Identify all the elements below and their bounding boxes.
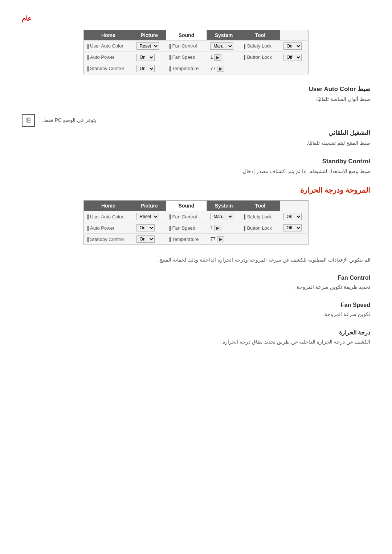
tab-sound-2[interactable]: Sound	[166, 201, 207, 211]
fan-speed-value-1: 1	[210, 54, 213, 60]
standby-title: Standby Control	[22, 158, 370, 165]
pc-only-row: يتوفر في الوضع PC فقط. ⎘	[22, 114, 370, 127]
user-auto-color-section: ضبط User Auto Color ضبط ألوان الشاشة تلق…	[22, 85, 370, 104]
tab-tool-1[interactable]: Tool	[241, 30, 279, 41]
auto-title: التشغيل التلقائي	[22, 129, 370, 137]
table-row: Auto Power On Fan Speed 1 ▶ Button Lock …	[84, 222, 309, 234]
row3-val1[interactable]: On	[133, 63, 166, 74]
standby-section: Standby Control ضبط وضع الاستعداد لتنشيط…	[22, 158, 370, 176]
row2b-val2[interactable]: 1 ▶	[207, 222, 241, 234]
row2-label1: Auto Power	[84, 52, 133, 63]
temperature-arrow-2[interactable]: ▶	[217, 236, 224, 242]
osd-table-1: Home Picture Sound System Tool User Auto…	[83, 30, 309, 74]
tab-system-2[interactable]: System	[207, 201, 241, 211]
row1-val1[interactable]: Reset	[133, 41, 166, 52]
tab-header-row-2: Home Picture Sound System Tool	[84, 201, 309, 211]
standby-desc: ضبط وضع الاستعداد لتنشيطه، إذا لم يتم اك…	[22, 167, 370, 176]
tab-home-1[interactable]: Home	[84, 30, 133, 41]
fan-speed-arrow-1[interactable]: ▶	[214, 54, 221, 61]
row3-val2[interactable]: 77 ▶	[207, 63, 241, 74]
row2-val3[interactable]: Off	[280, 52, 309, 63]
fan-speed-value-2: 1	[210, 225, 213, 230]
row3-empty2	[280, 63, 309, 74]
tab-picture-2[interactable]: Picture	[133, 201, 166, 211]
row3b-label1: Standby Control	[84, 234, 133, 245]
row3b-empty2	[280, 234, 309, 245]
table-row: User Auto Color Reset Fan Control Man...…	[84, 41, 309, 52]
row3-empty1	[241, 63, 279, 74]
tab-sound-1[interactable]: Sound	[166, 30, 207, 41]
row1-label3: Safety Lock	[241, 41, 279, 52]
fan-control-title: Fan Control	[22, 275, 370, 281]
row2b-label3: Button Lock	[241, 222, 279, 234]
tab-tool-2[interactable]: Tool	[241, 201, 279, 211]
row1b-val3[interactable]: On	[280, 211, 309, 222]
auto-power-select-2[interactable]: On	[136, 224, 155, 231]
row1-label2: Fan Control	[166, 41, 207, 52]
temperature-section: درجة الحرارة الكشف عن درجة الحرارة الداخ…	[22, 329, 370, 346]
table-row: User Auto Color Reset Fan Control Man...…	[84, 211, 309, 222]
fan-speed-desc: تكوين سرعة المروحة.	[22, 310, 370, 319]
row2b-label1: Auto Power	[84, 222, 133, 234]
auto-title-section: التشغيل التلقائي ضبط المنتج ليتم تشغيله …	[22, 129, 370, 148]
standby-control-select-2[interactable]: On	[136, 235, 155, 243]
pc-icon: ⎘	[22, 114, 35, 127]
page-top-label: عام	[22, 15, 370, 22]
auto-power-select-1[interactable]: On	[136, 54, 155, 61]
osd-table-2: Home Picture Sound System Tool User Auto…	[83, 200, 309, 245]
row1-val3[interactable]: On	[280, 41, 309, 52]
table-row: Standby Control On Temperature 77 ▶	[84, 234, 309, 245]
user-auto-color-select-1[interactable]: Reset	[136, 42, 159, 50]
temperature-arrow-1[interactable]: ▶	[217, 66, 224, 72]
row3b-empty1	[241, 234, 279, 245]
user-auto-color-title: ضبط User Auto Color	[22, 85, 370, 93]
temperature-title: درجة الحرارة	[22, 329, 370, 336]
row3b-val2[interactable]: 77 ▶	[207, 234, 241, 245]
row1b-label2: Fan Control	[166, 211, 207, 222]
fan-speed-section: Fan Speed تكوين سرعة المروحة.	[22, 302, 370, 319]
table-row: Standby Control On Temperature 77 ▶	[84, 63, 309, 74]
fan-speed-arrow-2[interactable]: ▶	[214, 225, 221, 231]
row2-label3: Button Lock	[241, 52, 279, 63]
button-lock-select-1[interactable]: Off	[283, 54, 302, 61]
row1b-val1[interactable]: Reset	[133, 211, 166, 222]
row1b-label1: User Auto Color	[84, 211, 133, 222]
row1-val2[interactable]: Man...	[207, 41, 241, 52]
section2-intro-desc: قم بتكوين الإعدادات المطلوبة للكشف عن سر…	[22, 256, 370, 264]
fan-control-desc: تحديد طريقة تكوين سرعة المروحة.	[22, 283, 370, 292]
tab-picture-1[interactable]: Picture	[133, 30, 166, 41]
row2-val1[interactable]: On	[133, 52, 166, 63]
row2b-val3[interactable]: Off	[280, 222, 309, 234]
fan-control-section: Fan Control تحديد طريقة تكوين سرعة المرو…	[22, 275, 370, 292]
tab-home-2[interactable]: Home	[84, 201, 133, 211]
row1-label1: User Auto Color	[84, 41, 133, 52]
tab-header-row-1: Home Picture Sound System Tool	[84, 30, 309, 41]
row3-label2: Temperature	[166, 63, 207, 74]
safety-lock-select-2[interactable]: On	[283, 213, 302, 220]
row2b-label2: Fan Speed	[166, 222, 207, 234]
row2-label2: Fan Speed	[166, 52, 207, 63]
pc-only-text: يتوفر في الوضع PC فقط.	[42, 116, 96, 125]
temperature-desc: الكشف عن درجة الحرارة الداخلية عن طريق ت…	[22, 338, 370, 346]
user-auto-color-desc1: ضبط ألوان الشاشة تلقائيًا.	[22, 95, 370, 104]
fan-control-select-1[interactable]: Man...	[210, 42, 233, 50]
tab-system-1[interactable]: System	[207, 30, 241, 41]
safety-lock-select-1[interactable]: On	[283, 42, 302, 50]
row2b-val1[interactable]: On	[133, 222, 166, 234]
table-row: Auto Power On Fan Speed 1 ▶ Button Lock …	[84, 52, 309, 63]
row2-val2[interactable]: 1 ▶	[207, 52, 241, 63]
fan-speed-title: Fan Speed	[22, 302, 370, 308]
section2-heading: المروحة ودرجة الحرارة	[22, 186, 370, 194]
row3-label1: Standby Control	[84, 63, 133, 74]
row3b-val1[interactable]: On	[133, 234, 166, 245]
row1b-val2[interactable]: Man...	[207, 211, 241, 222]
button-lock-select-2[interactable]: Off	[283, 224, 302, 231]
temperature-value-2: 77	[210, 236, 215, 242]
section2-intro: قم بتكوين الإعدادات المطلوبة للكشف عن سر…	[22, 256, 370, 264]
user-auto-color-select-2[interactable]: Reset	[136, 213, 159, 220]
auto-desc: ضبط المنتج ليتم تشغيله تلقائيًا.	[22, 139, 370, 148]
row1b-label3: Safety Lock	[241, 211, 279, 222]
fan-control-select-2[interactable]: Man...	[210, 213, 233, 220]
temperature-value-1: 77	[210, 66, 215, 71]
standby-control-select-1[interactable]: On	[136, 65, 155, 72]
